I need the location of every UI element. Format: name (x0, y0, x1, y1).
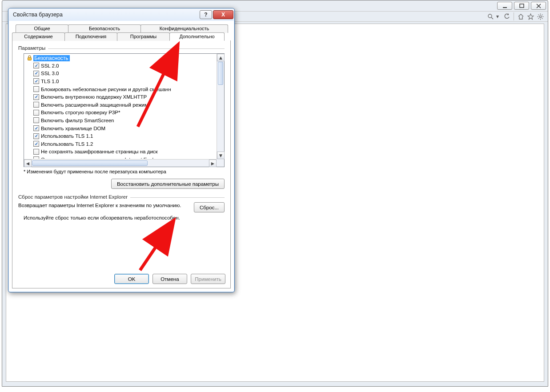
scroll-thumb-vertical[interactable] (218, 62, 223, 85)
tools-gear-icon[interactable] (536, 12, 544, 20)
tab-programs[interactable]: Программы (117, 32, 170, 41)
svg-line-12 (538, 18, 539, 19)
tree-item[interactable]: Блокировать небезопасные рисунки и друго… (24, 85, 216, 93)
tab-privacy[interactable]: Конфиденциальность (141, 24, 228, 33)
tree-item-label: TLS 1.0 (41, 79, 59, 84)
tree-item-label: Включить фильтр SmartScreen (41, 118, 114, 123)
svg-point-4 (539, 16, 541, 17)
reset-hint: Используйте сброс только если обозревате… (18, 215, 225, 220)
svg-rect-1 (520, 4, 524, 8)
reset-description: Возвращает параметры Internet Explorer к… (18, 202, 189, 208)
checkbox[interactable] (33, 102, 39, 108)
checkbox[interactable] (33, 78, 39, 84)
search-icon (486, 12, 494, 20)
search-chip[interactable]: ▾ (484, 12, 501, 21)
lock-icon (26, 55, 32, 61)
checkbox[interactable] (33, 117, 39, 123)
tree-item[interactable]: Включить фильтр SmartScreen (24, 116, 216, 124)
checkbox[interactable] (33, 86, 39, 92)
tab-advanced[interactable]: Дополнительно (169, 32, 225, 41)
tree-category-label: Безопасность (33, 55, 70, 61)
advanced-panel: Параметры Безопасность SSL 2.0SSL 3.0TLS… (12, 41, 231, 288)
tree-item-label: Включить хранилище DOM (41, 126, 105, 131)
checkbox[interactable] (33, 94, 39, 100)
svg-line-3 (491, 17, 493, 19)
group-parameters-label: Параметры (18, 45, 45, 51)
tree-item[interactable]: Включить внутреннюю поддержку XMLHTTP (24, 93, 216, 101)
refresh-icon[interactable] (503, 12, 511, 20)
dialog-title: Свойства браузера (13, 12, 200, 18)
tab-content[interactable]: Содержание (12, 32, 65, 41)
tree-item[interactable]: Включить хранилище DOM (24, 124, 216, 132)
tree-category-security[interactable]: Безопасность (24, 54, 216, 62)
svg-point-2 (488, 14, 492, 18)
tab-security[interactable]: Безопасность (68, 24, 141, 33)
apply-button[interactable]: Применить (191, 274, 225, 284)
tree-item[interactable]: SSL 2.0 (24, 62, 216, 70)
tree-item-label: Использовать TLS 1.2 (41, 141, 93, 147)
help-button[interactable]: ? (200, 10, 212, 19)
settings-tree[interactable]: Безопасность SSL 2.0SSL 3.0TLS 1.0Блокир… (24, 53, 225, 167)
svg-line-11 (542, 14, 542, 15)
svg-rect-0 (503, 7, 507, 8)
scroll-down-button[interactable]: ▼ (217, 152, 225, 159)
checkbox[interactable] (33, 110, 39, 116)
home-icon[interactable] (517, 12, 525, 20)
tree-item-label: Использовать TLS 1.1 (41, 133, 93, 139)
close-window-button[interactable] (531, 2, 546, 10)
checkbox[interactable] (33, 133, 39, 139)
tree-item-label: Включить расширенный защищенный режим* (41, 102, 150, 108)
tree-item[interactable]: Включить строгую проверку P3P* (24, 109, 216, 117)
toolbar-separator (514, 12, 514, 20)
dialog-titlebar: Свойства браузера ? X (8, 8, 234, 21)
svg-rect-13 (28, 58, 31, 60)
scroll-thumb-horizontal[interactable] (32, 160, 148, 166)
tree-item[interactable]: TLS 1.0 (24, 77, 216, 85)
favorites-star-icon[interactable] (526, 12, 534, 20)
svg-line-10 (542, 18, 542, 19)
tree-item-label: Не сохранять зашифрованные страницы на д… (41, 149, 158, 154)
maximize-button[interactable] (514, 2, 529, 10)
group-reset-label: Сброс параметров настройки Internet Expl… (18, 194, 128, 200)
scroll-up-button[interactable]: ▲ (217, 54, 225, 61)
tab-connections[interactable]: Подключения (64, 32, 117, 41)
ok-button[interactable]: OK (114, 274, 149, 284)
tree-item-label: Включить строгую проверку P3P* (41, 110, 120, 115)
cancel-button[interactable]: Отмена (153, 274, 187, 284)
checkbox[interactable] (33, 149, 39, 155)
minimize-button[interactable] (497, 2, 512, 10)
tree-item-label: Отправлять на посещаемые через Internet … (41, 157, 169, 159)
tree-item[interactable]: SSL 3.0 (24, 70, 216, 78)
tree-item[interactable]: Использовать TLS 1.2 (24, 140, 216, 148)
scroll-left-button[interactable]: ◄ (24, 160, 32, 167)
restart-note: * Изменения будут применены после переза… (24, 169, 225, 174)
close-dialog-button[interactable]: X (213, 10, 233, 19)
checkbox[interactable] (33, 71, 39, 76)
vertical-scrollbar[interactable]: ▲ ▼ (217, 54, 224, 159)
checkbox[interactable] (33, 141, 39, 147)
tree-item-label: SSL 3.0 (41, 71, 59, 76)
internet-options-dialog: Свойства браузера ? X Общие Безопасность… (8, 8, 235, 292)
checkbox[interactable] (33, 63, 39, 68)
checkbox[interactable] (33, 156, 39, 159)
tree-item[interactable]: Использовать TLS 1.1 (24, 132, 216, 140)
tree-item-label: Включить внутреннюю поддержку XMLHTTP (41, 94, 147, 100)
tree-item-label: SSL 2.0 (41, 63, 59, 68)
checkbox[interactable] (33, 125, 39, 131)
chevron-down-icon: ▾ (496, 13, 499, 20)
scroll-right-button[interactable]: ► (209, 160, 217, 167)
tree-item-label: Блокировать небезопасные рисунки и друго… (41, 87, 171, 92)
restore-advanced-button[interactable]: Восстановить дополнительные параметры (111, 179, 225, 189)
horizontal-scrollbar[interactable]: ◄ ► (24, 159, 217, 167)
tree-item[interactable]: Отправлять на посещаемые через Internet … (24, 156, 216, 159)
tab-general[interactable]: Общие (16, 24, 68, 33)
svg-line-9 (538, 14, 539, 15)
reset-button[interactable]: Сброс... (194, 202, 225, 212)
tree-item[interactable]: Включить расширенный защищенный режим* (24, 101, 216, 109)
tree-item[interactable]: Не сохранять зашифрованные страницы на д… (24, 148, 216, 156)
